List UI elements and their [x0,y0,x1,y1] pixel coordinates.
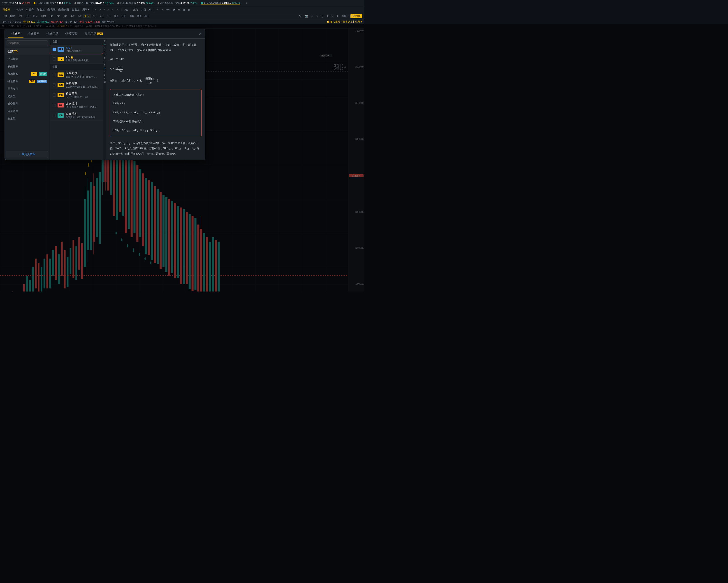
toolbar-multicharts[interactable]: 叠 叠多图 [57,7,70,12]
toolbar-line[interactable]: / [103,8,106,11]
toolbar-indicators[interactable]: 日指标 [2,7,11,12]
toolbar-flag[interactable]: ▣ [172,8,176,11]
indicator-item-stroke[interactable]: 笔数 买卖笔数 买入笔数<卖出笔数，后市或涨... [50,80,103,90]
toolbar-replay[interactable]: 白 复盘 [36,7,46,12]
tp-45m[interactable]: 45分 [83,14,91,18]
toolbar-bigorder[interactable]: 大额 [140,7,147,12]
tp-star[interactable]: ✦ [335,14,340,18]
toolbar-delete[interactable]: ▦ [182,8,186,11]
tp-weekk[interactable]: 周K [112,14,120,18]
ticker-inj[interactable]: INJ/USDT永续 12.693 22.24% [118,1,154,5]
alpha-b[interactable]: B [104,50,105,53]
ticker-etc[interactable]: ETC/USDT 16.54 -1.70% [2,2,30,4]
modal-close-button[interactable]: ✕ [199,32,202,36]
category-special[interactable]: 特色指标 PRO 多维看盘 [5,78,50,85]
tp-3h[interactable]: 3时 [62,14,69,18]
indicator-item-fund[interactable]: 资金 资金流向 自研指标，过滤更多市场噪音 [50,110,103,121]
alpha-e[interactable]: E [104,60,105,63]
tp-circle2[interactable]: ◯ [319,14,325,18]
alpha-sub[interactable]: 副 [104,80,106,83]
tp-30s[interactable]: 30秒 [9,14,17,18]
tp-8h[interactable]: 8时 [76,14,83,18]
toolbar-cross[interactable]: + [99,8,102,11]
toolbar-chips[interactable]: 筹 [148,7,152,12]
indicator-item-td[interactable]: TD TD 🔔 狄马克序列（神奇九转） [50,54,103,64]
tp-1h[interactable]: 1时 [48,14,55,18]
category-energy[interactable]: 能量型 [5,115,50,122]
toolbar-cursor[interactable]: ↖ [94,8,98,11]
alpha-i[interactable]: I [104,63,105,67]
alpha-main[interactable]: 主 [104,40,106,43]
tp-7h[interactable]: 7时 [2,14,8,18]
alpha-s[interactable]: S [104,73,105,77]
toolbar-wave[interactable]: ∿ [115,8,119,11]
modal-tab-winrate[interactable]: 指标胜率 [24,30,43,38]
ticker-btc1[interactable]: BTC/USDT永续 34488.8 12.54% [75,1,114,5]
tp-camera[interactable]: 📷 [303,14,309,18]
category-selected[interactable]: 已选指标 [5,55,50,63]
ticker-algo[interactable]: ALGO/USDT永续 0.10156 7.63% [157,1,198,5]
toolbar-replay2[interactable]: 复 复盘 [71,7,81,12]
tp-seasonk[interactable]: 季K [136,14,142,18]
fund-checkbox[interactable] [53,114,56,117]
alpha-t[interactable]: T [104,77,105,80]
sar-checkbox[interactable] [53,48,56,51]
toolbar-trash[interactable]: 🗑 [187,8,191,11]
alpha-a[interactable]: A [104,46,105,49]
toolbar-text[interactable]: Aa [124,8,128,11]
tp-2h[interactable]: 2时 [55,14,61,18]
td-checkbox[interactable] [53,57,56,60]
toolbar-filter[interactable]: ⊟ [177,8,181,11]
modal-tab-market[interactable]: 指标广场 [43,30,61,38]
tp-menu[interactable]: ≡ [330,15,334,18]
add-ticker-button[interactable]: + [246,1,248,5]
tp-4h[interactable]: 4时 [69,14,76,18]
modal-tab-layout[interactable]: 布局广场NEW [81,30,106,38]
search-input[interactable] [6,41,48,46]
ticker-link[interactable]: LINK/USDT永续 10.408 4.11% [34,1,71,5]
category-all[interactable]: 全部(67) [5,48,50,55]
alpha-d[interactable]: D [104,56,105,59]
tp-lock[interactable]: □ [315,15,319,18]
category-market-index[interactable]: 市场指数 PRO 风向标 [5,70,50,78]
toolbar-measure[interactable]: ⌀⌀⌀ [165,8,171,11]
explode-checkbox[interactable] [53,104,56,107]
add-custom-button[interactable]: + 自定义指标 [6,151,48,158]
alpha-k[interactable]: K [104,67,105,70]
tp-1m[interactable]: 1分 [17,14,24,18]
tp-kline-analysis[interactable]: K线分析 [350,14,362,18]
tp-1d[interactable]: 1日 [92,14,98,18]
toolbar-circle[interactable]: ○ [106,8,110,11]
tp-yeark[interactable]: 年K [143,14,150,18]
indicator-item-heat[interactable]: 热度 买卖热度 数值>0，多头市场；数值<0，... [50,70,103,80]
toolbar-fill[interactable]: 主力 [132,7,139,12]
toolbar-period[interactable]: 周期 ▾ [81,7,90,12]
tp-pencil[interactable]: ✏ [310,14,314,18]
tp-30m[interactable]: 30分 [40,14,48,18]
category-pressure[interactable]: 压力支撑 [5,85,50,93]
tp-plus[interactable]: ⊕ [325,14,330,18]
category-trend[interactable]: 趋势型 [5,93,50,100]
tp-5m[interactable]: 5分 [24,14,31,18]
toolbar-mark[interactable]: ✎ [156,8,160,11]
category-overbought[interactable]: 超买超卖 [5,107,50,115]
alpha-special[interactable]: 特 [104,43,106,46]
tp-2d[interactable]: 2日 [99,14,105,18]
ticker-btc2[interactable]: BTC/USDT永续 34481.5 12.52% [201,1,240,5]
tp-analysis[interactable]: 分析 ▾ [340,14,350,18]
toolbar-signals[interactable]: ⊙ 信号 [25,7,35,12]
indicator-item-explode[interactable]: 爆仓 爆仓统计 [合约] 当爆仓量较大时，价格可... [50,100,103,110]
modal-tab-signal[interactable]: 信号预警 [62,30,80,38]
category-volume[interactable]: 成交量型 [5,100,50,107]
toolbar-parallel[interactable]: ∥ [120,8,123,11]
toolbar-winrate[interactable]: ⊙ 胜率 [15,7,24,12]
indicator-item-sar[interactable]: SAR SAR 停损点指向指标 [50,45,103,54]
toolbar-advanced[interactable]: 叠 高级 [47,7,56,12]
tp-monthk[interactable]: 月K [128,14,135,18]
category-quick[interactable]: 快捷指标 [5,63,50,70]
tp-3d[interactable]: 3日 [106,14,112,18]
tp-0s[interactable]: 0s [297,15,303,18]
tp-15m[interactable]: 15分 [31,14,39,18]
alpha-c[interactable]: C [104,53,105,56]
modal-tab-library[interactable]: 指标库 [8,30,24,38]
